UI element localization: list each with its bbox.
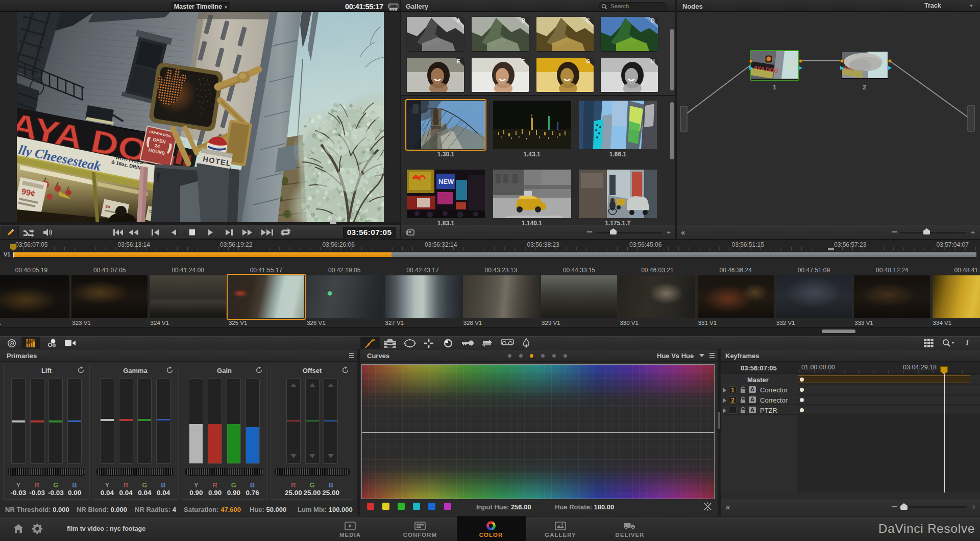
svg-text:NEW: NEW (438, 178, 454, 185)
